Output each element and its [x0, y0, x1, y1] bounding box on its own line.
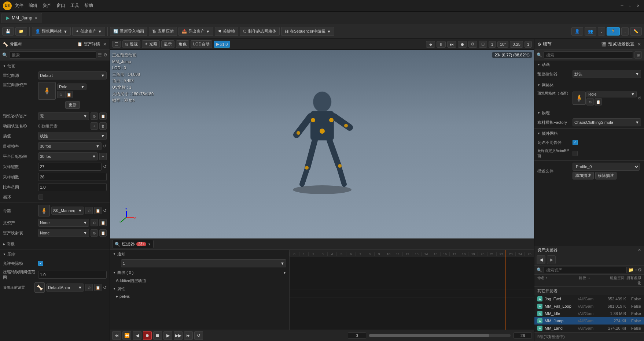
prev-frame-button[interactable]: ⏪	[122, 331, 131, 340]
run-settings-btn[interactable]: ⋮	[621, 27, 629, 36]
mesh-browse-btn[interactable]: ⊙	[586, 98, 594, 105]
remove-description-button[interactable]: 移除描述	[595, 172, 617, 179]
menu-edit[interactable]: 编辑	[29, 3, 37, 9]
parent-asset-select[interactable]: None ▼	[38, 219, 89, 227]
close-button[interactable]: ✕	[635, 3, 641, 9]
lod-btn[interactable]: LOD自动	[191, 40, 212, 48]
col-virtual[interactable]: 拥有虚拟化	[625, 275, 641, 286]
profile-select[interactable]: Profile_0	[573, 163, 640, 171]
timeline-playhead[interactable]	[505, 250, 505, 330]
export-asset-button[interactable]: 📤 导出资产 ▼	[179, 27, 213, 36]
asset-item-3[interactable]: A MM_Jump /All/Gam 274.Kil False	[534, 317, 644, 325]
nav-forward-button[interactable]: ▶	[547, 255, 556, 264]
create-asset-button[interactable]: ✦ 创建资产 ▼	[72, 27, 105, 36]
list-view-icon[interactable]: ☰	[98, 52, 102, 58]
close-keyframe-button[interactable]: ✖ 关键帧	[215, 27, 238, 36]
asset-search-input[interactable]	[544, 267, 627, 273]
snap-btn[interactable]: 0.25	[510, 41, 523, 48]
hamburger-btn[interactable]: ☰	[112, 41, 121, 48]
skeleton-search-input[interactable]	[9, 51, 96, 59]
asset-filter-icon[interactable]: 📁	[628, 267, 634, 273]
play-pause-button[interactable]: ▶	[163, 331, 172, 340]
asset-details-tab[interactable]: 📋 资产详情	[77, 41, 100, 47]
skeleton-select[interactable]: SK_Manneq ▼	[51, 207, 84, 215]
additive-layer-item[interactable]: Additive图层轨道	[110, 277, 289, 285]
show-btn[interactable]: 显示	[161, 40, 174, 48]
bone-compress-select[interactable]: DefaultAnim ▼	[46, 283, 84, 292]
col-name[interactable]: 命名 ↑	[537, 275, 579, 286]
preview-pose-browse[interactable]: ⊙	[91, 112, 98, 120]
menu-help[interactable]: 帮助	[84, 3, 93, 9]
retarget-clear-btn[interactable]: 📋	[65, 91, 73, 98]
left-panel-close[interactable]: ✕	[103, 42, 107, 47]
menu-window[interactable]: 窗口	[56, 3, 65, 9]
asset-item-4[interactable]: A MM_Land /All/Gam 274.28 Kil False	[534, 325, 644, 332]
viewport[interactable]: 正在预览动画 MM_Jump LOD : 0 三角形 : 14,808 顶点 :…	[110, 50, 534, 238]
maximize-button[interactable]: □	[627, 3, 633, 9]
skeleton-browse[interactable]: ⊙	[85, 207, 93, 214]
preview-pose-select[interactable]: 无 ▼	[38, 112, 89, 120]
property-section-header[interactable]: ▼ 属性	[110, 285, 289, 293]
remove-track-btn[interactable]: 🗑	[99, 122, 107, 130]
right-panel-close[interactable]: ✕	[637, 42, 641, 47]
settings-dots-btn[interactable]: ⋮	[598, 27, 605, 36]
browse-button[interactable]: 📁	[15, 27, 27, 36]
asset-browser-close-btn[interactable]: ✕	[638, 248, 641, 252]
end-time-input[interactable]: 26	[514, 332, 532, 339]
grid-count-btn[interactable]: 1	[489, 41, 496, 48]
allow-diff-skeleton-checkbox[interactable]: ✓	[573, 140, 578, 145]
scene-settings-tab[interactable]: 🎬 预览场景设置	[601, 41, 634, 47]
compress-tolerance-input[interactable]	[38, 271, 107, 279]
pelvis-item[interactable]: ▶ pelvis	[110, 293, 289, 300]
reimport-button[interactable]: 🔄 重新导入动画	[110, 27, 147, 36]
start-time-input[interactable]: 0	[348, 332, 366, 339]
tab-close-button[interactable]: ✕	[34, 16, 37, 20]
loop-checkbox[interactable]	[38, 194, 43, 200]
physics-section-header[interactable]: ▼ 物理	[534, 109, 644, 117]
perspective-btn[interactable]: ◎ 透视	[122, 40, 140, 48]
filter-icon[interactable]: ⚙	[103, 52, 107, 58]
loop-button[interactable]: ↺	[194, 331, 203, 340]
edit-pen-button[interactable]: ✏️	[630, 27, 642, 36]
col-disk[interactable]: 磁盘空间	[601, 275, 625, 286]
cloth-factory-select[interactable]: ChaosClothingSimula ▼	[573, 118, 641, 126]
prev-button[interactable]: ◀	[133, 331, 141, 340]
lighting-btn[interactable]: ☀ 光照	[142, 40, 160, 48]
menu-bar[interactable]: 文件 编辑 资产 窗口 工具 帮助	[15, 3, 93, 9]
mesh-section-header[interactable]: ▼ 网格体	[534, 81, 644, 89]
reset-target-fps[interactable]: ↺	[103, 144, 107, 149]
bone-compress-copy[interactable]: 📋	[94, 284, 102, 291]
details-tab[interactable]: ⚙ 细节	[537, 41, 552, 47]
apply-compress-button[interactable]: 🗜 应用压缩	[149, 27, 177, 36]
edit-in-sequencer-button[interactable]: 🎞 在Sequencer中编辑 ▼	[281, 27, 334, 36]
pause-anim-btn[interactable]: ⏸	[437, 41, 446, 48]
save-button[interactable]: 💾	[2, 27, 14, 36]
nav-back-button[interactable]: ◀	[537, 255, 545, 264]
skeleton-copy[interactable]: 📋	[94, 207, 102, 214]
bone-compress-browse[interactable]: ⊙	[85, 284, 93, 291]
tab-mm-jump[interactable]: ▶ MM_Jump ✕	[1, 13, 42, 23]
asset-item-0[interactable]: A Jog_Fwd /All/Gam 352.439 K False	[534, 295, 644, 303]
menu-tools[interactable]: 工具	[70, 3, 79, 9]
play-btn[interactable]: ▶ x1.0	[214, 41, 231, 48]
key-count-input[interactable]	[38, 163, 102, 171]
col-path[interactable]: 路径 →	[579, 275, 601, 286]
interpolation-select[interactable]: 线性 ▼	[38, 132, 107, 140]
extra-mesh-section-header[interactable]: ▼ 额外网格	[534, 129, 644, 138]
scene-options-btn[interactable]: ⚙	[468, 41, 477, 48]
next-anim-btn[interactable]: ⏭	[447, 41, 456, 48]
target-fps-select[interactable]: 30 fps ▼	[38, 142, 102, 150]
angle-btn[interactable]: 10°	[497, 41, 509, 48]
preview-controller-select[interactable]: 默认 ▼	[573, 70, 641, 78]
skeleton-tree-tab[interactable]: 🦴 骨骼树	[3, 41, 22, 47]
ratio-range-input[interactable]	[38, 183, 107, 191]
compression-section-header[interactable]: ▼ 压缩	[0, 250, 110, 259]
add-description-button[interactable]: 添加描述	[573, 172, 594, 179]
preview-pose-clear[interactable]: 📋	[99, 112, 107, 120]
asset-reflect-select[interactable]: None ▼	[38, 229, 89, 237]
details-extra-btn[interactable]: ⊞	[634, 51, 642, 59]
person2-icon-btn[interactable]: 👥	[585, 27, 596, 36]
stop-button[interactable]: ⏹	[153, 331, 162, 340]
parent-browse[interactable]: ⊙	[91, 219, 98, 226]
menu-file[interactable]: 文件	[15, 3, 23, 9]
